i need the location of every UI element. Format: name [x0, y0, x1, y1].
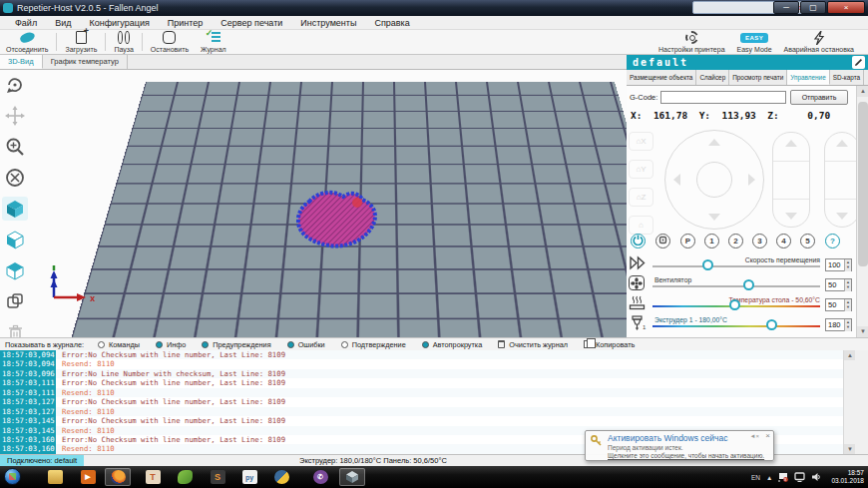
- edit-printer-button[interactable]: [852, 56, 865, 69]
- viewport-3d[interactable]: x: [0, 70, 627, 337]
- start-button[interactable]: [4, 468, 21, 485]
- travel-speed-thumb[interactable]: [702, 259, 713, 270]
- xy-jog-pad[interactable]: [664, 130, 764, 230]
- menu-view[interactable]: Вид: [46, 18, 80, 28]
- preset-5-button[interactable]: 5: [800, 234, 815, 248]
- log-scrollbar[interactable]: ▲ ▼: [843, 350, 855, 454]
- top-view-button[interactable]: [2, 258, 28, 282]
- jog-x-minus-icon[interactable]: [673, 174, 680, 186]
- menu-config[interactable]: Конфигурация: [80, 18, 158, 28]
- tab-print-preview[interactable]: Просмотр печати: [729, 70, 787, 85]
- travel-speed-value[interactable]: 100▲▼: [825, 258, 852, 271]
- rotate-view-button[interactable]: [2, 73, 28, 97]
- language-indicator[interactable]: EN: [751, 474, 760, 481]
- jog-x-plus-icon[interactable]: [748, 174, 755, 186]
- fit-view-button[interactable]: [2, 166, 28, 190]
- toggle-objects-button[interactable]: [2, 289, 28, 313]
- taskbar-python-icon[interactable]: [268, 468, 294, 486]
- clear-log-button[interactable]: Очистить журнал: [498, 340, 568, 349]
- easy-mode-button[interactable]: EASY Easy Mode: [731, 30, 778, 55]
- extruder-temp-value[interactable]: 180▲▼: [825, 318, 852, 331]
- preset-2-button[interactable]: 2: [728, 234, 743, 248]
- minimize-button[interactable]: ─: [773, 1, 799, 14]
- menu-print-server[interactable]: Сервер печати: [212, 18, 291, 28]
- extruder-jog-control[interactable]: [824, 132, 856, 228]
- taskbar-notepadpp-icon[interactable]: [172, 468, 198, 486]
- speaker-icon[interactable]: [811, 468, 821, 486]
- panel-scroll-thumb[interactable]: [858, 102, 868, 266]
- disconnect-button[interactable]: Отсоединить: [0, 30, 54, 55]
- z-up-icon[interactable]: [785, 140, 797, 147]
- xy-center-button[interactable]: [696, 162, 732, 198]
- mute-icon[interactable]: ◄×: [750, 433, 759, 439]
- fan-speed-slider[interactable]: Вентилятор: [652, 285, 820, 287]
- send-gcode-button[interactable]: Отправить: [790, 90, 848, 105]
- log-filter-info[interactable]: Инфо: [156, 340, 186, 349]
- tab-temperature-graph[interactable]: График температур: [43, 55, 128, 69]
- preset-4-button[interactable]: 4: [776, 234, 791, 248]
- home-y-button[interactable]: ⌂Y: [629, 160, 653, 179]
- stop-button[interactable]: Остановить: [145, 30, 195, 55]
- bed-temp-thumb[interactable]: [729, 299, 740, 310]
- action-center-icon[interactable]: x: [778, 468, 788, 486]
- home-all-button[interactable]: ⌂: [629, 216, 653, 235]
- maximize-button[interactable]: ▢: [800, 1, 826, 14]
- move-view-button[interactable]: [2, 104, 28, 128]
- power-button[interactable]: [631, 234, 646, 248]
- taskbar-python-file-icon[interactable]: py: [236, 468, 262, 486]
- log-autoscroll-toggle[interactable]: Автопрокрутка: [422, 340, 483, 349]
- extruder-temp-thumb[interactable]: [766, 319, 777, 330]
- gcode-input[interactable]: [660, 91, 786, 104]
- panel-scrollbar[interactable]: ▲ ▼: [856, 86, 868, 337]
- tray-expand-button[interactable]: ▲: [766, 474, 772, 481]
- tab-manual-control[interactable]: Управление: [787, 70, 830, 85]
- menu-printer[interactable]: Принтер: [159, 18, 213, 28]
- scroll-down-icon[interactable]: ▼: [857, 326, 868, 337]
- taskbar-clock[interactable]: 18:57 03.01.2018: [827, 469, 864, 485]
- menu-tools[interactable]: Инструменты: [291, 18, 365, 28]
- fan-speed-value[interactable]: 50▲▼: [825, 278, 852, 291]
- front-view-button[interactable]: [2, 228, 28, 251]
- travel-speed-slider[interactable]: Скорость перемещения: [652, 265, 820, 267]
- preset-1-button[interactable]: 1: [704, 234, 719, 248]
- taskbar-firefox-icon[interactable]: [105, 468, 131, 486]
- retract-icon[interactable]: [836, 140, 848, 147]
- taskbar-sublime-icon[interactable]: S: [205, 468, 230, 486]
- log-filter-commands[interactable]: Команды: [98, 340, 140, 349]
- home-z-button[interactable]: ⌂Z: [629, 188, 653, 207]
- close-button[interactable]: ×: [827, 1, 865, 14]
- bed-temp-value[interactable]: 50▲▼: [825, 298, 852, 311]
- menu-file[interactable]: Файл: [6, 18, 46, 28]
- pause-button[interactable]: Пауза: [108, 30, 139, 55]
- log-filter-errors[interactable]: Ошибки: [287, 340, 325, 349]
- z-down-icon[interactable]: [785, 213, 797, 220]
- popup-close-icon[interactable]: ×: [765, 431, 770, 440]
- tab-object-placement[interactable]: Размещение объекта: [627, 70, 696, 85]
- extruder-temp-slider[interactable]: Экструдер 1 - 180,00°C: [652, 325, 820, 327]
- taskbar-explorer-icon[interactable]: [42, 468, 68, 486]
- extrude-icon[interactable]: [836, 213, 848, 220]
- printer-settings-button[interactable]: Настройки принтера: [652, 30, 731, 55]
- taskbar-viber-icon[interactable]: ✆: [307, 468, 333, 486]
- emergency-stop-button[interactable]: Аварийная остановка: [778, 30, 860, 55]
- display-icon[interactable]: [794, 468, 805, 486]
- delete-object-button[interactable]: [2, 320, 28, 337]
- preset-3-button[interactable]: 3: [752, 234, 767, 248]
- taskbar-repetier-icon[interactable]: [339, 468, 365, 486]
- tab-slicer[interactable]: Слайсер: [696, 70, 729, 85]
- fan-speed-thumb[interactable]: [743, 279, 754, 290]
- z-jog-control[interactable]: [772, 132, 810, 228]
- menu-help[interactable]: Справка: [365, 18, 418, 28]
- bed-temp-slider[interactable]: Температура стола - 50,60°C: [652, 305, 820, 307]
- taskbar-t-app-icon[interactable]: T: [140, 468, 166, 486]
- log-toggle-button[interactable]: ✓ Журнал: [195, 30, 232, 55]
- help-button[interactable]: ?: [825, 234, 840, 248]
- tab-3d-view[interactable]: 3D-Вид: [0, 55, 43, 69]
- activation-link[interactable]: Щелкните это сообщение, чтобы начать акт…: [608, 452, 764, 459]
- tab-sd-card[interactable]: SD-карта: [830, 70, 864, 85]
- copy-log-button[interactable]: Копировать: [584, 340, 635, 349]
- motor-off-button[interactable]: [655, 234, 670, 248]
- scroll-up-icon[interactable]: ▲: [857, 86, 868, 97]
- load-button[interactable]: Загрузить: [59, 30, 103, 55]
- log-filter-acks[interactable]: Подтверждение: [341, 340, 406, 349]
